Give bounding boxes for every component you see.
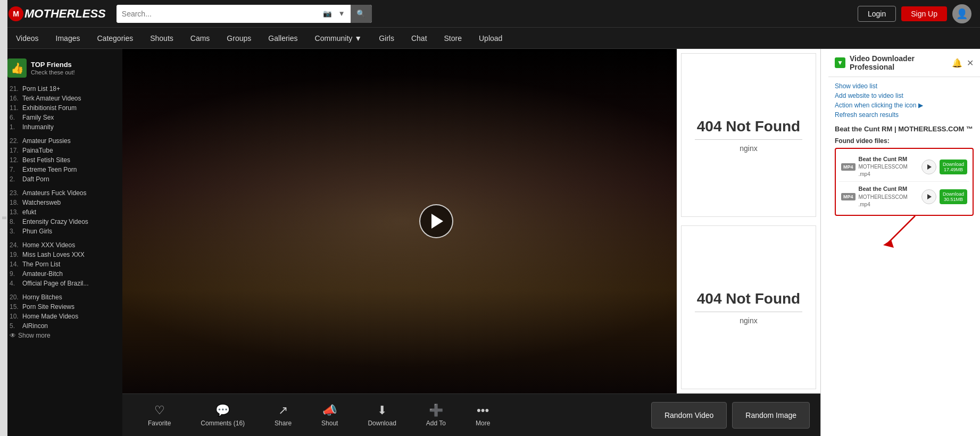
nav-item-shouts[interactable]: Shouts xyxy=(143,28,181,49)
nav-item-cams[interactable]: Cams xyxy=(183,28,218,49)
item-label: Porn List 18+ xyxy=(22,85,60,93)
dropdown-item[interactable]: 1.Inhumanity xyxy=(10,122,113,132)
bottom-bar: ♡ Favorite 💬 Comments (16) ↗ Share 📣 Sho… xyxy=(122,393,820,436)
nav-item-groups[interactable]: Groups xyxy=(219,28,259,49)
dropdown-item[interactable]: 16.Terk Amateur Videos xyxy=(10,94,113,103)
login-button[interactable]: Login xyxy=(858,6,896,22)
avatar[interactable]: 👤 xyxy=(952,4,971,23)
comments-button[interactable]: 💬 Comments (16) xyxy=(186,404,260,427)
dropdown-col-3: 23.Amateurs Fuck Videos18.Watchersweb13.… xyxy=(5,186,117,238)
extension-link[interactable]: Add website to video list xyxy=(835,92,974,99)
thumbs-up-icon: 👍 xyxy=(7,58,27,78)
dropdown-icon[interactable]: ▼ xyxy=(336,7,347,20)
item-label: Exhibitionist Forum xyxy=(22,104,77,112)
dropdown-item[interactable]: 9.Amateur-Bitch xyxy=(10,269,113,279)
download-file-button[interactable]: Download 30.51MB xyxy=(940,189,967,204)
share-icon: ↗ xyxy=(278,404,288,417)
search-input[interactable] xyxy=(117,5,318,23)
nav-item-categories[interactable]: Categories xyxy=(89,28,140,49)
item-label: Amateurs Fuck Videos xyxy=(22,189,87,197)
item-label: Entensity Crazy Videos xyxy=(22,218,88,225)
dropdown-item[interactable]: 15.Porn Site Reviews xyxy=(10,302,113,312)
video-file-name: Beat the Cunt RM xyxy=(859,155,918,163)
dropdown-item[interactable]: 14.The Porn List xyxy=(10,259,113,269)
more-button[interactable]: ••• More xyxy=(461,404,505,427)
item-label: Best Fetish Sites xyxy=(22,156,70,164)
header-actions: Login Sign Up 👤 xyxy=(858,4,971,23)
item-label: PainaTube xyxy=(22,147,53,154)
share-button[interactable]: ↗ Share xyxy=(260,404,306,427)
nav-item-store[interactable]: Store xyxy=(437,28,469,49)
extension-link[interactable]: Action when clicking the icon ▶ xyxy=(835,102,974,109)
dropdown-item[interactable]: 6.Family Sex xyxy=(10,113,113,122)
item-number: 9. xyxy=(10,270,20,278)
dropdown-item[interactable]: 19.Miss Lash Loves XXX xyxy=(10,250,113,259)
item-number: 16. xyxy=(10,95,20,102)
dropdown-item[interactable]: 10.Home Made Videos xyxy=(10,312,113,321)
show-more-link[interactable]: 👁 Show more xyxy=(10,331,113,340)
nav-item-community[interactable]: Community ▼ xyxy=(308,28,370,49)
signup-button[interactable]: Sign Up xyxy=(901,6,947,21)
top-friends-title: TOP Friends xyxy=(31,61,75,70)
nav-item-images[interactable]: Images xyxy=(48,28,88,49)
dropdown-item[interactable]: 12.Best Fetish Sites xyxy=(10,155,113,165)
play-icon-button[interactable] xyxy=(921,189,936,204)
dropdown-item[interactable]: 4.Official Page of Brazil... xyxy=(10,279,113,288)
comment-icon: 💬 xyxy=(215,404,230,417)
plus-icon: ➕ xyxy=(429,404,443,417)
dropdown-item[interactable]: 13.efukt xyxy=(10,207,113,217)
search-bar: 📷 ▼ 🔍 xyxy=(117,5,372,23)
dropdown-item[interactable]: 8.Entensity Crazy Videos xyxy=(10,217,113,227)
random-image-button[interactable]: Random Image xyxy=(732,402,810,429)
item-number: 11. xyxy=(10,104,20,112)
download-button[interactable]: ⬇ Download xyxy=(353,404,411,427)
dropdown-item[interactable]: 20.Horny Bitches xyxy=(10,292,113,302)
extension-link[interactable]: Refresh search results xyxy=(835,111,974,119)
nav-item-upload[interactable]: Upload xyxy=(471,28,510,49)
bell-icon[interactable]: 🔔 xyxy=(952,58,962,68)
dropdown-item[interactable]: 17.PainaTube xyxy=(10,146,113,155)
ext-site-title: Beat the Cunt RM | MOTHERLESS.COM ™ xyxy=(835,125,974,133)
item-label: Porn Site Reviews xyxy=(22,303,74,311)
dropdown-item[interactable]: 21.Porn List 18+ xyxy=(10,84,113,94)
nav-item-chat[interactable]: Chat xyxy=(404,28,435,49)
video-area[interactable]: 404 Not Found nginx 404 Not Found nginx xyxy=(122,49,820,393)
download-icon: ⬇ xyxy=(377,404,387,417)
dropdown-item[interactable]: 2.Daft Porn xyxy=(10,174,113,184)
vert-bar[interactable]: II xyxy=(0,49,7,436)
add-to-button[interactable]: ➕ Add To xyxy=(411,404,461,427)
random-video-button[interactable]: Random Video xyxy=(651,402,727,429)
dropdown-item[interactable]: 23.Amateurs Fuck Videos xyxy=(10,188,113,198)
nav-item-galleries[interactable]: Galleries xyxy=(261,28,305,49)
search-button[interactable]: 🔍 xyxy=(351,5,372,23)
play-icon-button[interactable] xyxy=(921,160,936,174)
close-icon[interactable]: ✕ xyxy=(967,58,974,68)
error-sub-1: nginx xyxy=(740,144,757,153)
dropdown-item[interactable]: 11.Exhibitionist Forum xyxy=(10,103,113,113)
error-sub-2: nginx xyxy=(740,316,757,325)
play-button[interactable] xyxy=(419,204,453,238)
favorite-button[interactable]: ♡ Favorite xyxy=(133,404,186,427)
item-label: AlRincon xyxy=(22,322,48,330)
dropdown-item[interactable]: 18.Watchersweb xyxy=(10,198,113,207)
item-label: Phun Girls xyxy=(22,228,52,235)
nav-item-girls[interactable]: Girls xyxy=(371,28,402,49)
camera-icon[interactable]: 📷 xyxy=(321,7,334,20)
nav-item-videos[interactable]: Videos xyxy=(9,28,46,49)
dropdown-item[interactable]: 5.AlRincon xyxy=(10,321,113,331)
dropdown-item[interactable]: 7.Extreme Teen Porn xyxy=(10,165,113,174)
logo[interactable]: M MOTHERLESS xyxy=(9,6,106,21)
item-label: Amateur-Bitch xyxy=(22,270,63,278)
top-friends-header: 👍 TOP Friends Check these out! xyxy=(5,54,117,82)
download-file-button[interactable]: Download 17.49MB xyxy=(940,160,967,174)
dropdown-item[interactable]: 22.Amateur Pussies xyxy=(10,136,113,146)
extension-link[interactable]: Show video list xyxy=(835,82,974,90)
item-label: Home Made Videos xyxy=(22,313,78,320)
video-files-box: MP4 Beat the Cunt RM MOTHERLESSCOM .mp4 … xyxy=(835,148,974,216)
shout-button[interactable]: 📣 Shout xyxy=(306,404,353,427)
extension-panel: II ▼ Video Downloader Professional 🔔 ✕ S… xyxy=(820,49,980,436)
logo-icon: M xyxy=(9,6,23,21)
dropdown-item[interactable]: 3.Phun Girls xyxy=(10,227,113,236)
dropdown-item[interactable]: 24.Home XXX Videos xyxy=(10,240,113,250)
item-number: 12. xyxy=(10,156,20,164)
